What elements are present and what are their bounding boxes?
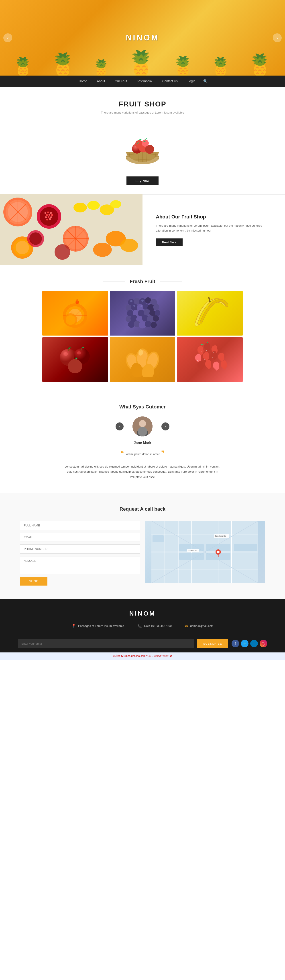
testimonial-quote-full: consectetur adipiscing elit, sed do eius… — [65, 465, 220, 479]
svg-point-122 — [212, 357, 213, 358]
buy-now-button[interactable]: Buy Now — [126, 177, 158, 185]
svg-rect-31 — [48, 216, 50, 218]
message-textarea[interactable] — [20, 556, 140, 574]
fruit-cell-oranges — [42, 291, 108, 336]
svg-point-92 — [151, 322, 157, 328]
svg-point-96 — [141, 305, 142, 307]
nav-item-home[interactable]: Home — [74, 76, 92, 87]
nav-item-testimonial[interactable]: Testimonial — [132, 76, 157, 87]
footer-address-item: 📍 Passages of Lorem Ipsum available — [72, 624, 124, 628]
pineapple-6: 🍍 — [210, 58, 232, 76]
pineapple-2: 🍍 — [49, 53, 77, 76]
svg-point-62 — [66, 315, 75, 325]
send-button[interactable]: SEND — [20, 577, 47, 585]
footer-info: 📍 Passages of Lorem Ipsum available 📞 Ca… — [18, 624, 267, 628]
svg-point-153 — [217, 550, 219, 553]
hero-prev-button[interactable]: ‹ — [3, 33, 12, 42]
svg-rect-26 — [50, 212, 52, 214]
svg-rect-34 — [49, 218, 51, 220]
svg-point-124 — [139, 420, 146, 427]
fresh-fruit-heading: Fresh Fruit — [9, 278, 276, 285]
svg-rect-25 — [47, 212, 49, 213]
fruit-basket-image — [5, 123, 280, 167]
svg-point-94 — [141, 299, 144, 302]
fruit-cell-apples — [42, 337, 108, 382]
linkedin-icon[interactable]: in — [250, 640, 258, 648]
svg-rect-29 — [51, 214, 53, 216]
svg-rect-147 — [234, 544, 257, 551]
svg-point-79 — [144, 309, 150, 316]
nav-item-login[interactable]: Login — [183, 76, 200, 87]
facebook-icon[interactable]: f — [232, 640, 239, 648]
nav-item-our-fruit[interactable]: Our Fruit — [110, 76, 132, 87]
read-more-button[interactable]: Read More — [156, 239, 183, 246]
testimonial-person-name: Jane Mark — [9, 441, 276, 445]
footer: NINOM 📍 Passages of Lorem Ipsum availabl… — [0, 599, 285, 652]
svg-rect-28 — [48, 214, 50, 216]
footer-bottom: SUBSCRIBE f 🐦 in ◯ — [18, 635, 267, 652]
svg-rect-146 — [152, 535, 164, 542]
fruit-shop-subtitle: There are many variations of passages of… — [5, 111, 280, 114]
svg-rect-33 — [46, 219, 48, 220]
fruit-cell-mangoes — [110, 337, 175, 382]
fruit-shop-section: FRUIT SHOP There are many variations of … — [0, 87, 285, 194]
testimonial-heading: What Syas Cutomer — [9, 404, 276, 410]
subscribe-button[interactable]: SUBSCRIBE — [197, 640, 228, 648]
testimonial-prev-button[interactable]: ‹ — [115, 422, 123, 430]
fruit-shop-title: FRUIT SHOP — [5, 100, 280, 108]
footer-logo: NINOM — [18, 610, 267, 617]
svg-point-91 — [145, 321, 151, 327]
email-input[interactable] — [20, 533, 140, 542]
twitter-icon[interactable]: 🐦 — [241, 640, 248, 648]
hero-next-button[interactable]: › — [273, 33, 282, 42]
svg-point-120 — [197, 360, 198, 361]
callback-section: Request A call back SEND — [0, 493, 285, 599]
testimonial-quote-short: Lorem ipsum dolor sit amet, — [125, 452, 160, 456]
nav-item-contact[interactable]: Contact Us — [157, 76, 183, 87]
social-icons-group: f 🐦 in ◯ — [232, 640, 267, 648]
instagram-icon[interactable]: ◯ — [259, 640, 267, 648]
svg-point-116 — [199, 353, 199, 355]
about-image — [0, 194, 142, 265]
callback-content: SEND — [20, 521, 265, 585]
footer-email-input[interactable] — [18, 640, 194, 648]
hero-section: 🍍 🍍 🍍 🍍 🍍 🍍 🍍 ‹ NINOM › — [0, 0, 285, 76]
map-placeholder: Bandung Sel Jl. Merdeka — [145, 521, 265, 583]
about-section: About Our Fruit Shop There are many vari… — [0, 194, 285, 265]
svg-point-64 — [76, 299, 78, 302]
svg-rect-24 — [45, 212, 46, 214]
svg-point-88 — [128, 321, 135, 328]
testimonial-next-button[interactable]: › — [162, 422, 170, 430]
svg-point-118 — [206, 350, 207, 351]
svg-point-81 — [155, 310, 160, 316]
svg-point-41 — [16, 241, 29, 254]
quote-open-mark: ❝ — [120, 450, 124, 457]
email-icon: ✉ — [185, 624, 188, 628]
nav-item-about[interactable]: About — [92, 76, 110, 87]
svg-text:Bandung Sel: Bandung Sel — [215, 535, 226, 537]
phone-input[interactable] — [20, 544, 140, 554]
svg-point-117 — [201, 352, 202, 352]
svg-point-71 — [131, 304, 138, 311]
pineapple-5: 🍍 — [171, 57, 195, 76]
footer-email-text: demo@gmail.com — [190, 624, 213, 628]
footer-email-item: ✉ demo@gmail.com — [185, 624, 213, 628]
svg-point-87 — [153, 315, 159, 321]
fruit-cell-blueberries — [110, 291, 175, 336]
watermark: 内容版权归bbs.denileo.com所有，转载请注明出处 — [0, 652, 285, 660]
svg-point-52 — [29, 232, 42, 245]
svg-point-68 — [145, 298, 151, 304]
svg-rect-27 — [46, 214, 48, 216]
svg-point-95 — [133, 305, 135, 307]
svg-point-106 — [77, 352, 81, 355]
pineapple-1: 🍍 — [12, 58, 34, 76]
callback-heading: Request A call back — [9, 506, 276, 512]
full-name-input[interactable] — [20, 521, 140, 530]
svg-point-93 — [130, 300, 133, 302]
fruit-cell-bananas — [177, 291, 243, 336]
pineapple-3: 🍍 — [91, 60, 111, 76]
fruit-grid — [42, 291, 243, 382]
search-icon[interactable]: 🔍 — [200, 79, 211, 83]
quote-close-mark: ❞ — [161, 450, 165, 457]
pineapple-7: 🍍 — [247, 54, 273, 76]
